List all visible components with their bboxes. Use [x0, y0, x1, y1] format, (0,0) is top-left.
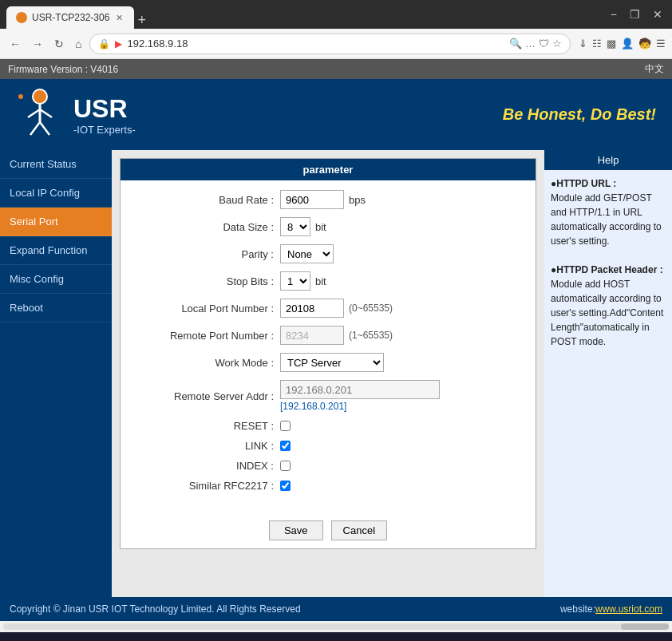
remote-port-row: Remote Port Number : (1~65535): [136, 326, 520, 345]
remote-addr-input[interactable]: [280, 380, 440, 399]
page-header: USR -IOT Experts- Be Honest, Do Best!: [0, 79, 672, 150]
reload-button[interactable]: ↻: [51, 36, 67, 52]
back-button[interactable]: ←: [6, 36, 24, 52]
param-body: Baud Rate : bps Data Size : 8567 bit Par…: [121, 180, 536, 509]
brand-name: USR: [73, 94, 136, 124]
button-row: Save Cancel: [121, 509, 536, 548]
address-bar: ← → ↻ ⌂ 🔒 ▶ 192.168.9.18 🔍 … 🛡 ☆ ⇓ ☷ ▩ 👤…: [0, 29, 672, 59]
footer-link[interactable]: www.usriot.com: [595, 603, 662, 615]
baud-rate-row: Baud Rate : bps: [136, 190, 520, 209]
search-icon[interactable]: 🔍: [509, 38, 522, 49]
stop-bits-unit: bit: [315, 275, 326, 287]
help-body: ●HTTPD URL : Module add GET/POST and HTT…: [551, 176, 666, 349]
browser-titlebar: USR-TCP232-306 ✕ + − ❐ ✕: [0, 0, 672, 29]
svg-line-3: [40, 109, 52, 117]
restore-button[interactable]: ❐: [627, 8, 643, 21]
cancel-button[interactable]: Cancel: [331, 520, 387, 540]
sidebar-item-serial-port[interactable]: Serial Port: [0, 208, 112, 236]
parity-label: Parity :: [136, 248, 280, 260]
similar-rfc-label: Similar RFC2217 :: [136, 480, 280, 492]
svg-line-5: [40, 122, 49, 135]
help-panel: Help ●HTTPD URL : Module add GET/POST an…: [544, 150, 672, 597]
sidebar-item-expand-function[interactable]: Expand Function: [0, 236, 112, 265]
index-row: INDEX :: [136, 460, 520, 472]
footer-website: website:www.usriot.com: [560, 603, 662, 615]
save-button[interactable]: Save: [269, 520, 323, 540]
svg-line-4: [30, 122, 40, 135]
tab-bar: USR-TCP232-306 ✕ +: [6, 0, 604, 29]
similar-rfc-checkbox-row: [280, 481, 291, 491]
stop-bits-select[interactable]: 12: [280, 271, 310, 291]
local-port-row: Local Port Number : (0~65535): [136, 299, 520, 318]
minimize-button[interactable]: −: [607, 8, 620, 21]
link-checkbox[interactable]: [280, 441, 291, 451]
page-footer: Copyright © Jinan USR IOT Technology Lim…: [0, 597, 672, 621]
help-bullet1-body: Module add GET/POST and HTTP/1.1 in URL …: [551, 192, 662, 247]
sidebar-item-current-status[interactable]: Current Status: [0, 150, 112, 179]
data-size-unit: bit: [315, 221, 326, 233]
help-bullet2-body: Module add HOST automatically according …: [551, 279, 663, 347]
scrollbar-thumb[interactable]: [621, 623, 669, 630]
menu-icon[interactable]: ☰: [656, 38, 666, 49]
remote-port-label: Remote Port Number :: [136, 330, 280, 342]
toolbar-icons: ⇓ ☷ ▩ 👤 🧒 ☰: [579, 38, 666, 49]
index-checkbox[interactable]: [280, 461, 291, 471]
active-tab[interactable]: USR-TCP232-306 ✕: [6, 6, 134, 29]
firmware-bar: Firmware Version : V4016 中文: [0, 59, 672, 79]
index-checkbox-row: [280, 461, 291, 471]
extensions-icon[interactable]: 🧒: [638, 38, 651, 49]
remote-addr-label: Remote Server Addr :: [136, 390, 280, 402]
star-icon[interactable]: ☆: [552, 38, 562, 49]
remote-port-range: (1~65535): [349, 330, 393, 341]
more-icon[interactable]: …: [525, 38, 536, 49]
logo-area: USR -IOT Experts-: [16, 89, 136, 140]
forward-button[interactable]: →: [29, 36, 46, 52]
footer-copyright: Copyright © Jinan USR IOT Technology Lim…: [10, 603, 301, 615]
stop-bits-label: Stop Bits :: [136, 275, 280, 287]
slogan: Be Honest, Do Best!: [503, 105, 656, 124]
scrollbar-area: [0, 621, 672, 632]
window-controls: − ❐ ✕: [607, 8, 666, 21]
local-port-label: Local Port Number :: [136, 303, 280, 315]
baud-rate-unit: bps: [349, 194, 366, 206]
address-input-wrapper[interactable]: 🔒 ▶ 192.168.9.18 🔍 … 🛡 ☆: [89, 34, 571, 54]
remote-addr-resolved: [192.168.0.201]: [280, 401, 440, 412]
work-mode-select[interactable]: TCP ServerTCP ClientUDP ServerUDP Client: [280, 353, 384, 372]
shield-icon[interactable]: 🛡: [539, 38, 549, 49]
baud-rate-label: Baud Rate :: [136, 194, 280, 206]
data-size-select[interactable]: 8567: [280, 217, 310, 236]
bookmarks-icon[interactable]: ☷: [592, 38, 602, 49]
local-port-input[interactable]: [280, 299, 344, 318]
main-layout: Current Status Local IP Config Serial Po…: [0, 150, 672, 597]
tab-favicon: [16, 12, 27, 23]
sidebar-item-local-ip-config[interactable]: Local IP Config: [0, 179, 112, 208]
stop-bits-row: Stop Bits : 12 bit: [136, 271, 520, 291]
work-mode-row: Work Mode : TCP ServerTCP ClientUDP Serv…: [136, 353, 520, 372]
tab-close-button[interactable]: ✕: [114, 13, 125, 23]
link-row: LINK :: [136, 440, 520, 452]
brand-text: USR -IOT Experts-: [73, 94, 136, 136]
close-button[interactable]: ✕: [650, 8, 666, 21]
sidebar-item-misc-config[interactable]: Misc Config: [0, 265, 112, 294]
parity-select[interactable]: NoneOddEvenMarkSpace: [280, 244, 334, 263]
firmware-version: Firmware Version : V4016: [8, 64, 118, 75]
similar-rfc-checkbox[interactable]: [280, 481, 291, 491]
address-text[interactable]: 192.168.9.18: [127, 38, 188, 49]
new-tab-button[interactable]: +: [137, 12, 146, 29]
address-bar-icons: 🔍 … 🛡 ☆: [509, 38, 562, 49]
remote-addr-col: [192.168.0.201]: [280, 380, 440, 412]
tabs-icon[interactable]: ▩: [607, 38, 616, 49]
reset-checkbox-row: [280, 421, 291, 431]
sidebar: Current Status Local IP Config Serial Po…: [0, 150, 112, 597]
param-panel: parameter Baud Rate : bps Data Size : 85…: [120, 158, 536, 549]
baud-rate-input[interactable]: [280, 190, 344, 209]
profile-icon[interactable]: 👤: [621, 38, 634, 49]
help-title: Help: [544, 150, 672, 170]
remote-port-input[interactable]: [280, 326, 344, 345]
reset-checkbox[interactable]: [280, 421, 291, 431]
download-icon[interactable]: ⇓: [579, 38, 587, 49]
home-button[interactable]: ⌂: [72, 36, 85, 52]
sidebar-item-reboot[interactable]: Reboot: [0, 294, 112, 322]
language-switch[interactable]: 中文: [645, 62, 664, 76]
scrollbar-track[interactable]: [3, 623, 669, 630]
